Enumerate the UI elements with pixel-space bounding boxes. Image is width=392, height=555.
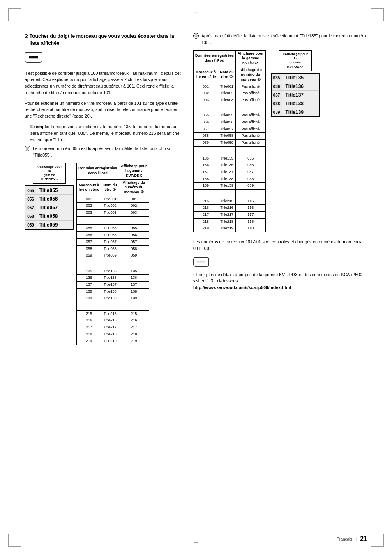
table2-row — [194, 189, 266, 198]
screen1-num-2: 057 — [25, 204, 36, 211]
screen2-title-0: Title135 — [282, 74, 319, 82]
screen1-title-4: Title059 — [36, 221, 73, 229]
circle-2: ② — [193, 33, 199, 39]
table1-row: 057Title057057 — [77, 238, 149, 245]
bottom-note2-prefix: • Pour plus de détails à propos de la ga… — [193, 272, 364, 284]
bottom-url: http://www.kenwood.com/i/kca-ip500/index… — [193, 285, 291, 290]
page-number-area: Français | 21 — [337, 535, 367, 543]
table1-row: 139Title139139 — [77, 295, 149, 302]
table2-subheader-col2: Affichage dunuméro dumorceau ② — [236, 67, 266, 83]
example-item: Exemple: Lorsque vous sélectionnez le nu… — [25, 124, 181, 143]
bottom-note1: Les numéros de morceaux 101-200 sont con… — [193, 239, 367, 252]
screen1-title-0: Title055 — [36, 186, 73, 194]
table1-row — [77, 216, 149, 225]
table2-row: 056Title056Pas affiché — [194, 119, 266, 126]
screen2-row-3: 038 Title138 — [272, 99, 319, 108]
left-column: 2 Toucher du doigt le morceau que vous v… — [25, 33, 181, 345]
example-text: Lorsque vous sélectionnez le numéro 135,… — [30, 124, 180, 142]
table1-row: 219Title219219 — [77, 338, 149, 345]
screen2-title-2: Title137 — [282, 91, 319, 99]
table2-subheader-col1a: Morceaux àlire en série — [194, 67, 218, 83]
table1-wrapper: Données enregistréesdans l'iPod Affichag… — [76, 163, 149, 345]
table2-row — [194, 104, 266, 112]
table2-wrapper: Données enregistréesdans l'iPod Affichag… — [193, 50, 266, 233]
table2-subheader-col1b: Nom dutitre ① — [218, 67, 235, 83]
screen1-num-1: 056 — [25, 196, 36, 203]
section-title: Toucher du doigt le morceau que vous vou… — [30, 33, 181, 47]
screen1-row-2: 057 Title057 — [25, 204, 73, 212]
table2: Données enregistréesdans l'iPod Affichag… — [193, 50, 266, 233]
screen2-row-2: 037 Title137 — [272, 91, 319, 99]
table1-subheader-col1b: Nom dutitre ① — [101, 179, 119, 196]
screen2-row-4: 039 Title139 — [272, 108, 319, 116]
screen2-label: <Affichage pour lagamme KVT/DDX> — [279, 50, 312, 72]
table2-row: 137Title137037 — [194, 169, 266, 176]
screen2-title-1: Title136 — [282, 82, 319, 90]
body-text-1: Il est possible de contrôler jusqu'à 100… — [25, 70, 181, 96]
table1-row: 137Title137137 — [77, 281, 149, 288]
table2-row: 058Title058Pas affiché — [194, 133, 266, 140]
screen1-wrapper: <Affichage pour lagamme KVT/DDX> 055 Tit… — [25, 163, 74, 230]
table1-row — [77, 302, 149, 311]
screen1-row-4: 059 Title059 — [25, 221, 73, 229]
screen2-title-3: Title138 — [282, 99, 319, 108]
example-label: Exemple: — [30, 124, 50, 129]
screen2-num-4: 039 — [272, 109, 282, 116]
table1-row: 135Title135135 — [77, 268, 149, 275]
table1-row: 059Title059059 — [77, 252, 149, 259]
separator: | — [355, 536, 357, 541]
table1-row: 217Title217217 — [77, 324, 149, 331]
screen2-num-3: 038 — [272, 100, 282, 107]
screen2-row-1: 036 Title136 — [272, 82, 319, 91]
table1-row: 136Title136136 — [77, 275, 149, 282]
screen1-num-3: 058 — [25, 213, 36, 220]
table2-row: 001Title001Pas affiché — [194, 83, 266, 90]
table1-header-col1: Données enregistréesdans l'iPod — [77, 163, 119, 179]
table2-row: 003Title003Pas affiché — [194, 97, 266, 104]
table1-subheader-col2: Affichage dunuméro dumorceau ② — [119, 179, 149, 196]
table1-row: 218Title218218 — [77, 331, 149, 338]
table1-row: 138Title138138 — [77, 288, 149, 295]
table1-row: 216Title216216 — [77, 317, 149, 324]
table2-header-col2: Affichage pourla gammeKVT/DDX — [236, 50, 266, 67]
table1-row: 001Title001001 — [77, 196, 149, 203]
screen1-title-1: Title056 — [36, 195, 73, 203]
page-number: 21 — [360, 535, 367, 543]
table1-row: 055Title055055 — [77, 225, 149, 232]
table2-row: 219Title219118 — [194, 225, 266, 232]
table1-subheader-col1a: Morceaux àlire en série — [77, 179, 101, 196]
screen1-title-2: Title057 — [36, 204, 73, 212]
table1-header-col2: Affichage pourla gammeKVT/DDX — [119, 163, 149, 179]
table2-row: 136Title136036 — [194, 162, 266, 169]
table1-row: 056Title056056 — [77, 232, 149, 239]
screen2-num-2: 037 — [272, 92, 282, 99]
table2-row: 216Title216116 — [194, 205, 266, 212]
table1-row: 215Title215215 — [77, 310, 149, 317]
table1-row: 002Title002002 — [77, 203, 149, 210]
screen2-wrapper: <Affichage pour lagamme KVT/DDX> 035 Tit… — [271, 50, 320, 118]
circle1-item: ① Le morceau numéro 055 est lu après avo… — [25, 146, 181, 159]
table2-row: 002Title002Pas affiché — [194, 90, 266, 97]
table1-row: 003Title003003 — [77, 210, 149, 217]
icon-box-right: ≡≡≡ — [193, 257, 209, 267]
table2-row: 218Title218118 — [194, 218, 266, 225]
left-table-screen: <Affichage pour lagamme KVT/DDX> 055 Tit… — [25, 163, 181, 345]
right-column: ② Après avoir fait défiler la liste puis… — [193, 33, 367, 345]
section-number: 2 — [25, 33, 28, 39]
screen1-label: <Affichage pour lagamme KVT/DDX> — [33, 163, 66, 184]
screen2-num-0: 035 — [272, 74, 282, 81]
table2-row: 139Title139039 — [194, 183, 266, 190]
bottom-note2: • Pour plus de détails à propos de la ga… — [193, 272, 367, 291]
icon-box-left: ≡≡≡ — [25, 52, 42, 63]
screen1-row-1: 056 Title056 — [25, 195, 73, 204]
screen1-row-0: 055 Title055 — [25, 186, 73, 195]
table2-row: 057Title057Pas affiché — [194, 126, 266, 133]
screen2-row-0: 035 Title135 — [272, 74, 319, 82]
table2-row: 138Title138038 — [194, 176, 266, 183]
screen1-title-3: Title058 — [36, 212, 73, 220]
table2-row: 217Title217117 — [194, 212, 266, 219]
table2-row: 135Title135035 — [194, 155, 266, 162]
screen1-num-0: 055 — [25, 187, 36, 194]
table2-row: 215Title215115 — [194, 198, 266, 205]
body-text-2: Pour sélectionner un numéro de titre/mor… — [25, 100, 181, 120]
